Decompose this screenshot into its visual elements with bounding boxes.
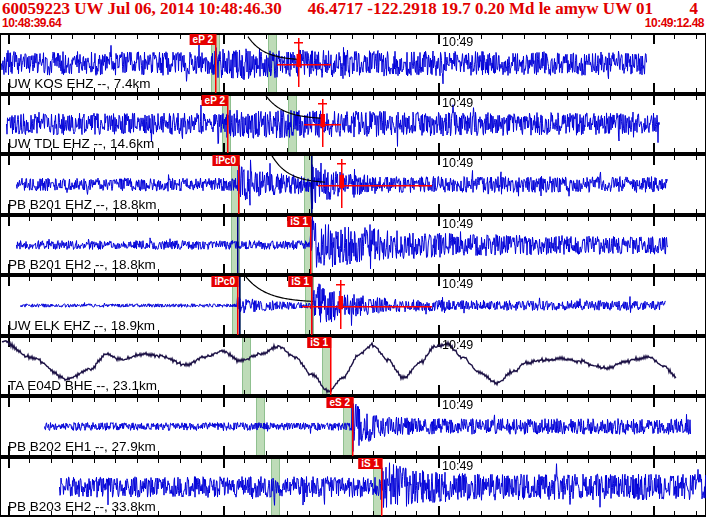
minute-time-label: 10:49 xyxy=(442,156,473,170)
station-channel-label: PB B201 EH2 --, 18.8km xyxy=(8,258,156,272)
trace-panel: iPc0iS 110:49UW ELK EHZ --, 18.9km xyxy=(0,275,706,336)
trace-panel: eP 210:49UW TDL EHZ --, 14.6km xyxy=(0,94,706,154)
pick-flag-label[interactable]: eP 2 xyxy=(190,34,216,45)
station-channel-label: PB B202 EH1 --, 27.9km xyxy=(8,440,156,454)
station-channel-label: PB B203 EH2 --, 33.8km xyxy=(8,500,156,514)
trace-panel: iPc010:49PB B201 EHZ --, 18.8km xyxy=(0,154,706,215)
trace-panel: eP 210:49UW KOS EHZ --, 7.4km xyxy=(0,33,706,94)
trace-panel: iS 110:49TA E04D BHE --, 23.1km xyxy=(0,336,706,396)
minute-time-label: 10:49 xyxy=(442,398,473,412)
minute-time-label: 10:49 xyxy=(442,217,473,231)
seismogram-viewer: 60059223 UW Jul 06, 2014 10:48:46.30 46.… xyxy=(0,0,706,518)
minute-time-label: 10:49 xyxy=(442,459,473,473)
station-channel-label: TA E04D BHE --, 23.1km xyxy=(8,379,157,393)
minute-time-label: 10:49 xyxy=(442,338,473,352)
pick-flag-label[interactable]: eS 2 xyxy=(326,397,353,408)
pick-flag-label[interactable]: iS 1 xyxy=(307,337,331,348)
pick-flag-label[interactable]: iS 1 xyxy=(288,276,312,287)
station-channel-label: UW TDL EHZ --, 14.6km xyxy=(8,137,154,151)
pick-flag-label[interactable]: iPc0 xyxy=(211,276,238,287)
pick-flag-label[interactable]: iS 1 xyxy=(287,216,311,227)
station-channel-label: PB B201 EHZ --, 18.8km xyxy=(8,198,157,212)
station-channel-label: UW ELK EHZ --, 18.9km xyxy=(8,319,155,333)
trace-panel: eS 210:49PB B202 EH1 --, 27.9km xyxy=(0,396,706,457)
trace-panels: eP 210:49UW KOS EHZ --, 7.4kmeP 210:49UW… xyxy=(0,0,706,518)
minute-time-label: 10:49 xyxy=(442,277,473,291)
pick-flag-label[interactable]: eP 2 xyxy=(202,95,228,106)
pick-flag-label[interactable]: iS 1 xyxy=(358,458,382,469)
minute-time-label: 10:49 xyxy=(442,35,473,49)
trace-panel: iS 110:49PB B203 EH2 --, 33.8km xyxy=(0,457,706,517)
minute-time-label: 10:49 xyxy=(442,96,473,110)
pick-flag-label[interactable]: iPc0 xyxy=(212,155,239,166)
trace-panel: iS 110:49PB B201 EH2 --, 18.8km xyxy=(0,215,706,275)
station-channel-label: UW KOS EHZ --, 7.4km xyxy=(8,77,151,91)
